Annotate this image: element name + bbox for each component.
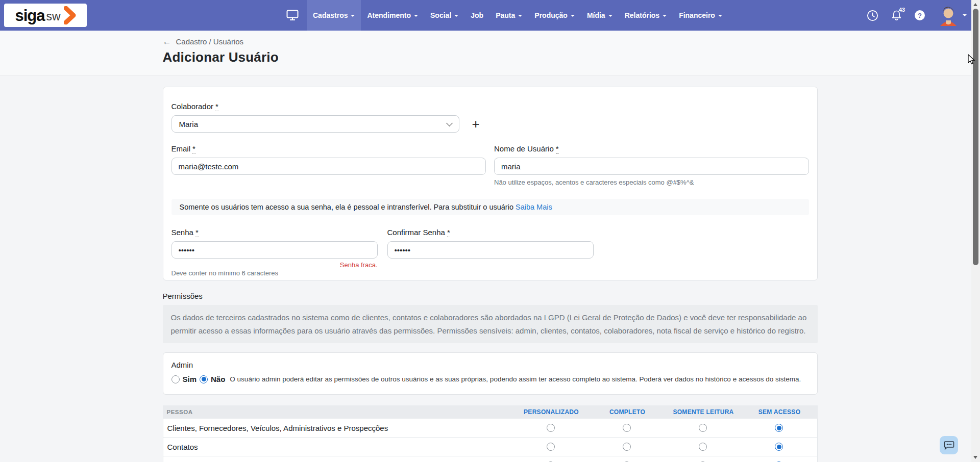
clock-icon[interactable] xyxy=(867,10,878,21)
user-menu[interactable] xyxy=(938,5,967,26)
chevron-down-icon xyxy=(518,15,522,17)
table-row: Contatos xyxy=(163,438,817,456)
top-navbar: siga sw Cadastros Atendimento Social Job xyxy=(0,0,980,31)
nav-item-producao[interactable]: Produção xyxy=(528,0,581,31)
confirmar-senha-field[interactable] xyxy=(387,241,594,259)
nav-item-financeiro[interactable]: Financeiro xyxy=(673,0,728,31)
vertical-scrollbar xyxy=(971,0,980,462)
senha-help-text: Deve conter no mínimo 6 caracteres xyxy=(172,269,809,277)
admin-description: O usuário admin poderá editar as permiss… xyxy=(230,375,801,383)
breadcrumb[interactable]: ← Cadastro / Usuários xyxy=(163,37,244,46)
nav-item-social[interactable]: Social xyxy=(424,0,464,31)
breadcrumb-label: Cadastro / Usuários xyxy=(176,37,244,46)
main-menu: Cadastros Atendimento Social Job Pauta P… xyxy=(278,0,728,31)
password-notice: Somente os usuários tem acesso a sua sen… xyxy=(172,199,809,215)
permissions-table: PESSOA PERSONALIZADO COMPLETO SOMENTE LE… xyxy=(163,405,818,462)
column-header-pessoa: PESSOA xyxy=(163,409,513,415)
permissions-title: Permissões xyxy=(163,292,818,300)
lgpd-notice: Os dados de terceiros cadastrados no sis… xyxy=(163,305,818,343)
required-asterisk: * xyxy=(192,144,195,153)
navbar-actions: 43 ? xyxy=(867,0,967,31)
colaborador-select[interactable]: Maria xyxy=(172,115,459,133)
saiba-mais-link[interactable]: Saiba Mais xyxy=(516,203,552,211)
user-form-card: Colaborador* Maria + Email* xyxy=(163,87,818,280)
colaborador-label: Colaborador* xyxy=(172,102,809,111)
admin-nao-label: Não xyxy=(211,375,225,383)
chat-widget-button[interactable] xyxy=(940,436,958,454)
column-header-sem-acesso: SEM ACESSO xyxy=(742,408,818,416)
radio-completo[interactable] xyxy=(623,424,631,432)
nav-item-midia[interactable]: Mídia xyxy=(581,0,619,31)
radio-somente-leitura[interactable] xyxy=(699,424,707,432)
avatar xyxy=(938,5,959,26)
username-help-text: Não utilize espaços, acentos e caractere… xyxy=(494,178,809,186)
required-asterisk: * xyxy=(195,228,199,237)
main-content: Colaborador* Maria + Email* xyxy=(0,76,980,462)
chevron-down-icon xyxy=(663,15,667,17)
scrollbar-up-arrow-icon[interactable] xyxy=(973,3,977,6)
brand-sub-text: sw xyxy=(46,11,60,22)
table-row: Clientes, Fornecedores, Veículos, Admini… xyxy=(163,419,817,438)
table-row: Colaboradores xyxy=(163,456,817,462)
permissions-table-header: PESSOA PERSONALIZADO COMPLETO SOMENTE LE… xyxy=(163,405,818,419)
admin-card: Admin Sim Não O usuário admin poderá edi… xyxy=(163,352,818,395)
notifications-bell-icon[interactable]: 43 xyxy=(891,10,902,21)
radio-somente-leitura[interactable] xyxy=(699,443,707,451)
radio-sem-acesso[interactable] xyxy=(775,424,783,432)
nav-item-cadastros[interactable]: Cadastros xyxy=(307,0,361,31)
brand-main-text: siga xyxy=(15,8,44,23)
radio-sem-acesso[interactable] xyxy=(775,443,783,451)
chevron-down-icon xyxy=(571,15,575,17)
username-label: Nome de Usuário* xyxy=(494,144,809,153)
colaborador-selected-value: Maria xyxy=(179,120,199,129)
admin-sim-radio[interactable] xyxy=(172,375,180,383)
chevron-down-icon xyxy=(414,15,418,17)
column-header-somente-leitura: SOMENTE LEITURA xyxy=(666,408,742,416)
email-label: Email* xyxy=(172,144,486,153)
nav-item-job[interactable]: Job xyxy=(464,0,489,31)
chevron-down-icon xyxy=(351,15,355,17)
chevron-down-icon xyxy=(963,14,967,16)
nav-item-atendimento[interactable]: Atendimento xyxy=(361,0,424,31)
page-header: ← Cadastro / Usuários Adicionar Usuário xyxy=(0,31,980,76)
chat-bubble-icon xyxy=(943,440,954,450)
email-field[interactable] xyxy=(172,158,486,175)
chevron-down-icon xyxy=(446,120,453,126)
nav-item-relatorios[interactable]: Relatórios xyxy=(619,0,673,31)
monitor-icon[interactable] xyxy=(278,0,307,31)
required-asterisk: * xyxy=(556,144,559,153)
radio-completo[interactable] xyxy=(623,443,631,451)
scrollbar-down-arrow-icon[interactable] xyxy=(973,456,977,459)
senha-label: Senha* xyxy=(172,228,378,237)
required-asterisk: * xyxy=(215,102,218,111)
brand-chevron-icon xyxy=(64,6,76,24)
column-header-completo: COMPLETO xyxy=(590,408,666,416)
notification-count-badge: 43 xyxy=(899,7,905,13)
help-icon[interactable]: ? xyxy=(915,10,925,20)
add-colaborador-button[interactable]: + xyxy=(472,117,480,131)
brand-logo[interactable]: siga sw xyxy=(4,4,87,27)
radio-personalizado[interactable] xyxy=(547,443,555,451)
required-asterisk: * xyxy=(447,228,450,237)
admin-nao-radio[interactable] xyxy=(200,375,208,383)
senha-error-text: Senha fraca. xyxy=(172,261,378,269)
admin-sim-label: Sim xyxy=(183,375,197,383)
page-title: Adicionar Usuário xyxy=(163,49,818,65)
column-header-personalizado: PERSONALIZADO xyxy=(513,408,590,416)
username-field[interactable] xyxy=(494,158,809,175)
confirmar-senha-label: Confirmar Senha* xyxy=(387,228,594,237)
scrollbar-thumb[interactable] xyxy=(973,9,978,265)
chevron-down-icon xyxy=(454,15,458,17)
back-arrow-icon: ← xyxy=(163,37,172,46)
admin-label: Admin xyxy=(172,361,809,369)
senha-field[interactable] xyxy=(172,241,378,259)
chevron-down-icon xyxy=(718,15,722,17)
chevron-down-icon xyxy=(608,15,612,17)
radio-personalizado[interactable] xyxy=(547,424,555,432)
nav-item-pauta[interactable]: Pauta xyxy=(489,0,528,31)
screen: siga sw Cadastros Atendimento Social Job xyxy=(0,0,980,462)
